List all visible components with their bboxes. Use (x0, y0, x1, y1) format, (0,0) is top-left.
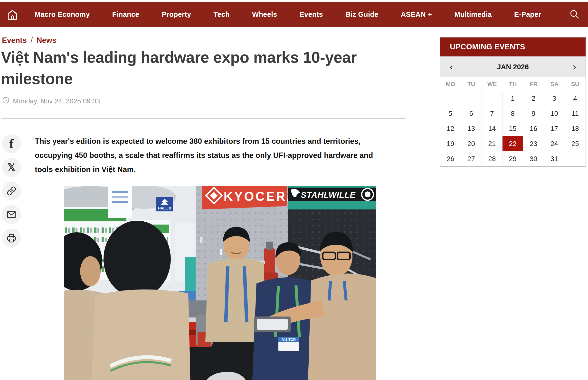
email-icon (6, 209, 17, 220)
share-facebook-button[interactable]: f (2, 134, 21, 153)
link-icon (7, 186, 16, 196)
print-icon (6, 233, 17, 243)
nav-item-wheels[interactable]: Wheels (252, 10, 277, 19)
calendar-day-28[interactable]: 28 (482, 151, 503, 166)
upcoming-events-widget: UPCOMING EVENTS ‹ JAN 2026 › MOTUWETHFRS… (440, 37, 586, 167)
upcoming-events-header: UPCOMING EVENTS (440, 38, 586, 57)
nav-item-asean[interactable]: ASEAN + (401, 10, 432, 19)
calendar-empty-cell (482, 91, 503, 106)
svg-text:HALL B: HALL B (158, 206, 171, 210)
calendar-prev-button[interactable]: ‹ (449, 62, 453, 72)
weekday-tu: TU (461, 77, 482, 91)
calendar-day-17[interactable]: 17 (544, 121, 565, 136)
nav-item-e-paper[interactable]: E-Paper (514, 10, 541, 19)
nav-item-biz-guide[interactable]: Biz Guide (345, 10, 378, 19)
calendar-day-18[interactable]: 18 (565, 121, 586, 136)
page-title: Việt Nam's leading hardware expo marks 1… (1, 47, 388, 90)
article-photo: A.D39 HALL B KYOCERA (64, 186, 376, 380)
nav-item-finance[interactable]: Finance (112, 10, 139, 19)
calendar-day-3[interactable]: 3 (544, 91, 565, 106)
calendar-day-13[interactable]: 13 (461, 121, 482, 136)
calendar-next-button[interactable]: › (573, 62, 576, 72)
nav-item-multimedia[interactable]: Multimedia (454, 10, 492, 19)
calendar-day-20[interactable]: 20 (461, 136, 482, 151)
calendar-day-31[interactable]: 31 (544, 151, 565, 166)
calendar-day-21[interactable]: 21 (482, 136, 503, 151)
calendar-day-9[interactable]: 9 (523, 106, 544, 121)
weekday-th: TH (503, 77, 523, 91)
share-copylink-button[interactable] (2, 181, 21, 200)
breadcrumb-separator: / (31, 36, 33, 45)
visitor-badge: VISITOR (278, 337, 299, 351)
search-icon (569, 9, 580, 20)
breadcrumb-events-link[interactable]: Events (2, 36, 27, 45)
calendar-day-23[interactable]: 23 (523, 136, 544, 151)
calendar-day-24[interactable]: 24 (544, 136, 565, 151)
calendar-day-6[interactable]: 6 (461, 106, 482, 121)
clock-icon (2, 96, 10, 106)
calendar-grid: 1234567891011121314151617181920212223242… (440, 91, 586, 166)
home-icon (7, 9, 18, 20)
home-button[interactable] (7, 9, 18, 20)
article-meta: Monday, Nov 24, 2025 09:03 (2, 96, 100, 106)
calendar-day-29[interactable]: 29 (503, 151, 523, 166)
calendar-empty-cell (565, 151, 586, 166)
calendar-month-label: JAN 2026 (453, 63, 573, 71)
calendar-day-26[interactable]: 26 (440, 151, 461, 166)
calendar-day-15[interactable]: 15 (503, 121, 523, 136)
weekday-sa: SA (544, 77, 565, 91)
svg-text:KYOCERA: KYOCERA (224, 189, 297, 203)
calendar-weekdays: MOTUWETHFRSASU (440, 77, 586, 91)
calendar-day-25[interactable]: 25 (565, 136, 586, 151)
share-column: f 𝕏 (2, 134, 21, 248)
search-button[interactable] (569, 9, 581, 20)
calendar-day-14[interactable]: 14 (482, 121, 503, 136)
nav-item-tech[interactable]: Tech (213, 10, 230, 19)
facebook-icon: f (9, 137, 13, 150)
svg-text:STAHLWILLE: STAHLWILLE (301, 190, 356, 199)
top-navbar: Macro EconomyFinancePropertyTechWheelsEv… (0, 2, 588, 27)
calendar-day-30[interactable]: 30 (523, 151, 544, 166)
calendar-day-7[interactable]: 7 (482, 106, 503, 121)
calendar-day-19[interactable]: 19 (440, 136, 461, 151)
calendar-empty-cell (461, 91, 482, 106)
share-x-button[interactable]: 𝕏 (2, 158, 21, 177)
calendar-empty-cell (440, 91, 461, 106)
share-print-button[interactable] (2, 229, 21, 248)
nav-items: Macro EconomyFinancePropertyTechWheelsEv… (35, 10, 541, 19)
breadcrumb-news-link[interactable]: News (37, 36, 56, 45)
calendar-day-8[interactable]: 8 (503, 106, 523, 121)
calendar-day-10[interactable]: 10 (544, 106, 565, 121)
share-email-button[interactable] (2, 205, 21, 224)
nav-item-property[interactable]: Property (162, 10, 191, 19)
calendar-day-11[interactable]: 11 (565, 106, 586, 121)
calendar-day-2[interactable]: 2 (523, 91, 544, 106)
lead-paragraph: This year's edition is expected to welco… (35, 134, 379, 177)
publish-date: Monday, Nov 24, 2025 09:03 (13, 97, 100, 105)
calendar-day-12[interactable]: 12 (440, 121, 461, 136)
upcoming-events-title: UPCOMING EVENTS (450, 43, 525, 51)
nav-item-macro-economy[interactable]: Macro Economy (35, 10, 90, 19)
weekday-su: SU (565, 77, 586, 91)
article-photo-illustration: A.D39 HALL B KYOCERA (64, 186, 376, 380)
weekday-we: WE (482, 77, 503, 91)
svg-text:VISITOR: VISITOR (282, 338, 296, 342)
weekday-mo: MO (440, 77, 461, 91)
article-divider (1, 118, 406, 119)
x-icon: 𝕏 (7, 162, 16, 173)
kyocera-banner: KYOCERA (202, 186, 297, 209)
calendar-day-27[interactable]: 27 (461, 151, 482, 166)
weekday-fr: FR (523, 77, 544, 91)
calendar-day-22[interactable]: 22 (503, 136, 523, 151)
calendar-day-4[interactable]: 4 (565, 91, 586, 106)
breadcrumb: Events / News (2, 36, 56, 45)
calendar-day-1[interactable]: 1 (503, 91, 523, 106)
hall-sign: HALL B (156, 197, 173, 211)
calendar-day-5[interactable]: 5 (440, 106, 461, 121)
nav-item-events[interactable]: Events (300, 10, 323, 19)
calendar-month-bar: ‹ JAN 2026 › (440, 57, 586, 77)
stahlwille-sign: STAHLWILLE (288, 186, 376, 209)
calendar-day-16[interactable]: 16 (523, 121, 544, 136)
